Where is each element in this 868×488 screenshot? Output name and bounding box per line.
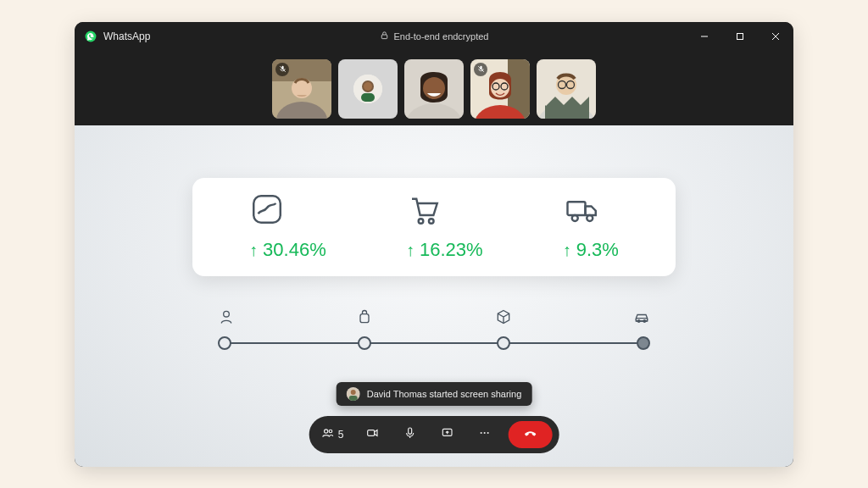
participant-tile[interactable] [404, 59, 464, 119]
stat-cart: ↑ 16.23% [406, 191, 483, 261]
svg-point-32 [419, 219, 424, 224]
app-name: WhatsApp [103, 30, 150, 42]
svg-rect-1 [381, 35, 387, 39]
svg-rect-3 [737, 33, 743, 39]
cart-icon [406, 191, 442, 230]
app-window: WhatsApp End-to-end endcrypted [75, 22, 793, 467]
brand: WhatsApp [75, 30, 150, 42]
svg-rect-38 [360, 313, 369, 322]
participant-tile[interactable] [338, 59, 398, 119]
microphone-button[interactable] [396, 421, 423, 448]
stat-analytics: ↑ 30.46% [249, 191, 326, 261]
package-icon [495, 308, 512, 325]
titlebar: WhatsApp End-to-end endcrypted [75, 22, 793, 51]
participant-tile[interactable] [470, 59, 530, 119]
stat-truck: ↑ 9.3% [563, 191, 619, 261]
svg-rect-13 [361, 93, 375, 102]
svg-point-35 [571, 215, 577, 221]
svg-point-50 [480, 431, 481, 433]
svg-rect-47 [367, 430, 374, 435]
trend-up-icon: ↑ [406, 241, 415, 258]
step-node [358, 336, 371, 350]
call-controls: 5 [309, 416, 559, 453]
stat-value: 16.23% [420, 239, 483, 261]
participants-button[interactable]: 5 [316, 421, 349, 448]
participant-strip [75, 51, 793, 125]
muted-icon [275, 63, 289, 76]
step-node [497, 336, 510, 350]
muted-icon [474, 63, 487, 76]
car-icon [633, 308, 650, 325]
close-button[interactable] [758, 22, 793, 51]
svg-rect-48 [408, 428, 411, 434]
stats-card: ↑ 30.46% ↑ 16.23% ↑ 9.3% [192, 178, 676, 276]
more-button[interactable] [470, 421, 498, 448]
stat-value: 30.46% [263, 239, 326, 261]
analytics-icon [249, 191, 285, 230]
shared-screen: ↑ 30.46% ↑ 16.23% ↑ 9.3% [75, 125, 793, 467]
svg-point-14 [364, 82, 372, 91]
svg-rect-44 [349, 396, 358, 401]
svg-point-45 [325, 430, 328, 433]
more-icon [477, 426, 491, 443]
screenshare-toast: David Thomas started screen sharing [337, 382, 532, 406]
window-controls [687, 22, 793, 51]
user-icon [218, 308, 235, 325]
truck-icon [563, 191, 602, 230]
trend-up-icon: ↑ [563, 241, 571, 258]
maximize-button[interactable] [722, 22, 758, 51]
minimize-button[interactable] [687, 22, 722, 51]
svg-point-37 [224, 311, 230, 317]
whatsapp-logo-icon [85, 30, 97, 42]
encryption-indicator: End-to-end endcrypted [75, 30, 793, 42]
toast-text: David Thomas started screen sharing [367, 389, 522, 399]
svg-point-36 [587, 215, 593, 221]
end-call-button[interactable] [508, 421, 552, 448]
participant-tile[interactable] [537, 59, 596, 119]
step-track [218, 308, 650, 356]
hangup-icon [523, 426, 537, 443]
camera-icon [365, 426, 379, 443]
svg-point-46 [329, 430, 331, 432]
screenshare-button[interactable] [433, 421, 460, 448]
participants-count: 5 [338, 429, 344, 441]
svg-point-51 [483, 431, 485, 433]
camera-button[interactable] [359, 421, 386, 448]
svg-point-43 [351, 390, 356, 395]
bag-icon [356, 308, 373, 325]
participant-tile[interactable] [272, 59, 331, 119]
lock-icon [380, 30, 389, 42]
step-node [218, 336, 231, 350]
microphone-icon [403, 426, 416, 443]
screenshare-icon [440, 426, 453, 443]
svg-point-52 [487, 431, 488, 433]
avatar [347, 387, 360, 401]
stat-value: 9.3% [576, 239, 619, 261]
svg-rect-34 [567, 202, 585, 215]
encryption-label: End-to-end endcrypted [394, 31, 489, 42]
step-node [637, 336, 650, 350]
svg-point-33 [429, 219, 434, 224]
people-icon [321, 426, 335, 442]
trend-up-icon: ↑ [249, 241, 258, 258]
